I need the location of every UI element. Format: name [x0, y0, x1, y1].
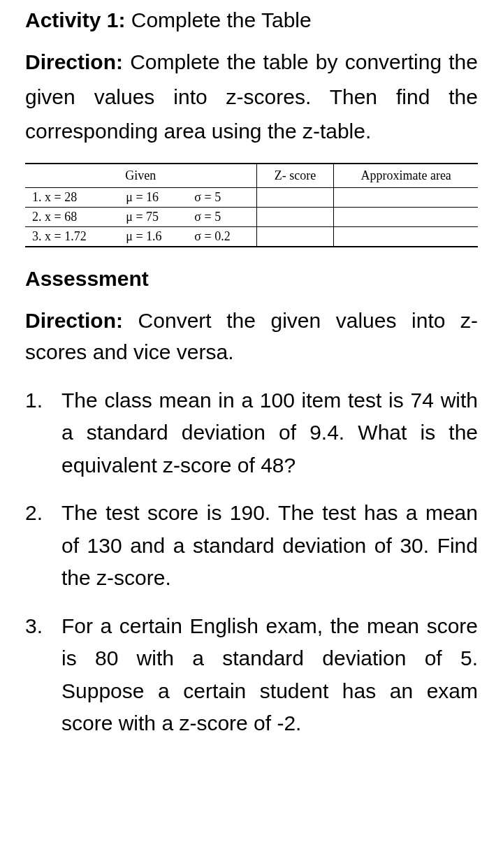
cell-area: [334, 207, 478, 226]
zscore-table: Given Z- score Approximate area 1. x = 2…: [25, 163, 478, 247]
activity-label: Activity 1:: [25, 8, 125, 31]
cell-sigma: σ = 0.2: [187, 226, 256, 247]
question-text: The class mean in a 100 item test is 74 …: [61, 384, 478, 482]
cell-sigma: σ = 5: [187, 207, 256, 226]
question-text: For a certain English exam, the mean sco…: [61, 610, 478, 740]
cell-mu: μ = 16: [119, 187, 187, 207]
question-number: 2.: [25, 497, 61, 595]
table-row: 3. x = 1.72 μ = 1.6 σ = 0.2: [25, 226, 478, 247]
direction-label-1: Direction:: [25, 50, 123, 73]
direction-block-1: Direction: Complete the table by convert…: [25, 45, 478, 149]
question-list: 1. The class mean in a 100 item test is …: [25, 384, 478, 740]
question-number: 1.: [25, 384, 61, 482]
activity-title: Complete the Table: [131, 8, 312, 31]
cell-sigma: σ = 5: [187, 187, 256, 207]
cell-x: 1. x = 28: [25, 187, 119, 207]
cell-zscore: [256, 207, 334, 226]
table-row: 1. x = 28 μ = 16 σ = 5: [25, 187, 478, 207]
header-given: Given: [25, 164, 256, 188]
cell-area: [334, 226, 478, 247]
question-text: The test score is 190. The test has a me…: [61, 497, 478, 595]
list-item: 3. For a certain English exam, the mean …: [25, 610, 478, 740]
table-header-row: Given Z- score Approximate area: [25, 164, 478, 188]
activity-title-line: Activity 1: Complete the Table: [25, 8, 478, 32]
cell-x: 2. x = 68: [25, 207, 119, 226]
direction-block-2: Direction: Convert the given values into…: [25, 305, 478, 368]
table-row: 2. x = 68 μ = 75 σ = 5: [25, 207, 478, 226]
list-item: 2. The test score is 190. The test has a…: [25, 497, 478, 595]
assessment-heading: Assessment: [25, 267, 478, 291]
header-zscore: Z- score: [256, 164, 334, 188]
cell-area: [334, 187, 478, 207]
question-number: 3.: [25, 610, 61, 740]
cell-mu: μ = 1.6: [119, 226, 187, 247]
cell-mu: μ = 75: [119, 207, 187, 226]
cell-zscore: [256, 226, 334, 247]
header-area: Approximate area: [334, 164, 478, 188]
cell-zscore: [256, 187, 334, 207]
direction-label-2: Direction:: [25, 309, 123, 332]
cell-x: 3. x = 1.72: [25, 226, 119, 247]
list-item: 1. The class mean in a 100 item test is …: [25, 384, 478, 482]
